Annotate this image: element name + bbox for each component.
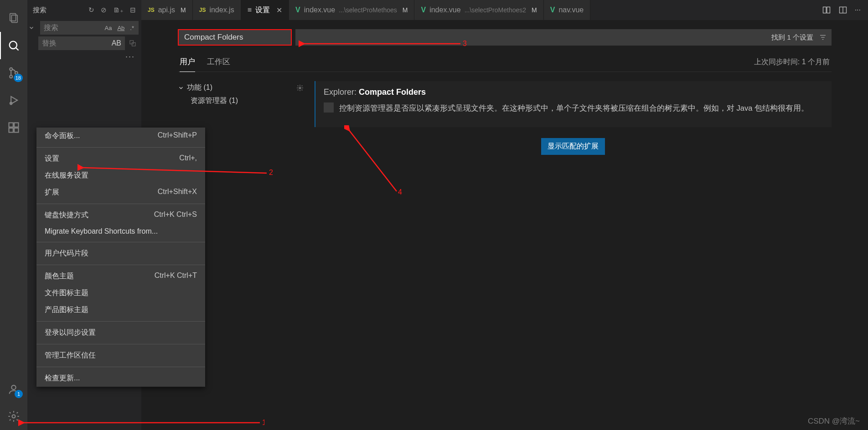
tab-index-vue-2[interactable]: V index.vue ...\selectProMethoes2 M [414, 0, 543, 20]
tab-index-vue-1[interactable]: V index.vue ...\selectProMethoes M [289, 0, 414, 20]
menu-item-label: 文件图标主题 [45, 288, 197, 298]
setting-title-prefix: Explorer: [324, 87, 359, 97]
menu-separator [36, 321, 205, 322]
activity-debug[interactable] [0, 87, 27, 114]
menu-item-shortcut: Ctrl+K Ctrl+S [154, 210, 197, 220]
menu-separator [36, 242, 205, 242]
settings-result-count: 找到 1 个设置 [771, 33, 813, 42]
replace-placeholder: 替换 [42, 39, 112, 48]
menu-item[interactable]: 产品图标主题 [36, 302, 205, 318]
replace-all-icon[interactable] [127, 36, 139, 50]
svg-point-24 [299, 87, 301, 89]
menu-separator [36, 344, 205, 344]
vue-icon: V [421, 6, 426, 14]
tabs-actions: ··· [815, 0, 868, 20]
menu-item-label: 键盘快捷方式 [45, 210, 154, 220]
tab-index-js[interactable]: JS index.js [193, 0, 241, 20]
menu-item-label: 登录以同步设置 [45, 328, 197, 338]
svg-rect-10 [14, 123, 18, 127]
vue-icon: V [550, 6, 555, 14]
match-case-icon[interactable]: Aa [104, 25, 113, 31]
settings-search-bar: 找到 1 个设置 [295, 29, 832, 46]
menu-item[interactable]: 检查更新... [36, 370, 205, 387]
editor-area: JS api.js M JS index.js ≡ 设置 ✕ V index.v… [141, 0, 868, 430]
menu-item[interactable]: 颜色主题Ctrl+K Ctrl+T [36, 268, 205, 285]
activity-extensions[interactable] [0, 114, 27, 141]
settings-search-input[interactable]: Compact Folders [178, 29, 292, 46]
menu-item-label: 管理工作区信任 [45, 351, 197, 360]
tab-api-js[interactable]: JS api.js M [141, 0, 193, 20]
filter-icon[interactable] [819, 33, 827, 41]
menu-item-label: 用户代码片段 [45, 249, 197, 258]
gear-icon[interactable] [296, 84, 305, 92]
menu-item[interactable]: 用户代码片段 [36, 245, 205, 262]
activity-manage[interactable] [0, 403, 27, 430]
toggle-replace-icon[interactable] [28, 25, 38, 31]
menu-item[interactable]: 设置Ctrl+, [36, 150, 205, 167]
tree-item-explorer[interactable]: 资源管理器 (1) [178, 94, 305, 108]
activity-explorer[interactable] [0, 5, 27, 32]
menu-separator [36, 147, 205, 148]
toggle-details-icon[interactable]: ··· [27, 51, 141, 62]
split-icon[interactable] [838, 5, 847, 15]
menu-item[interactable]: 扩展Ctrl+Shift+X [36, 184, 205, 201]
menu-item-shortcut: Ctrl+Shift+X [158, 188, 197, 197]
menu-separator [36, 367, 205, 367]
more-icon[interactable]: ··· [855, 6, 861, 14]
svg-rect-18 [827, 7, 830, 13]
preserve-case-icon[interactable]: AB [112, 39, 121, 47]
menu-item[interactable]: Migrate Keyboard Shortcuts from... [36, 224, 205, 239]
show-matching-extensions-button[interactable]: 显示匹配的扩展 [541, 138, 605, 155]
settings-tab-workspace[interactable]: 工作区 [207, 54, 230, 72]
setting-description: 控制资源管理器是否应以紧凑形式呈现文件夹。在这种形式中，单个子文件夹将被压缩在组… [339, 102, 809, 114]
menu-item-shortcut: Ctrl+, [179, 154, 197, 164]
menu-item[interactable]: 在线服务设置 [36, 167, 205, 184]
close-icon[interactable]: ✕ [276, 6, 282, 15]
menu-item-label: 颜色主题 [45, 271, 155, 281]
menu-item-label: 检查更新... [45, 374, 197, 383]
search-input[interactable]: 搜索 Aa Ab .* [40, 21, 139, 35]
svg-rect-16 [132, 43, 136, 46]
manage-context-menu: 命令面板...Ctrl+Shift+P设置Ctrl+,在线服务设置扩展Ctrl+… [36, 128, 205, 387]
svg-line-3 [16, 48, 19, 51]
setting-checkbox[interactable] [324, 102, 334, 113]
setting-title-name: Compact Folders [359, 87, 426, 97]
side-panel-header: 搜索 ↻ ⊘ 🗎₊ ⊟ [27, 0, 141, 20]
activity-account[interactable]: 1 [0, 375, 27, 403]
match-word-icon[interactable]: Ab [116, 25, 125, 31]
activity-bar: 18 1 [0, 0, 27, 430]
menu-item-label: 扩展 [45, 188, 158, 197]
new-file-icon[interactable]: 🗎₊ [113, 6, 124, 14]
settings-tab-user[interactable]: 用户 [180, 54, 195, 72]
menu-item-label: 命令面板... [45, 131, 158, 141]
setting-compact-folders: Explorer: Compact Folders 控制资源管理器是否应以紧凑形… [315, 81, 832, 127]
svg-point-4 [10, 68, 12, 71]
menu-item[interactable]: 命令面板...Ctrl+Shift+P [36, 128, 205, 144]
menu-item-label: Migrate Keyboard Shortcuts from... [45, 227, 197, 235]
svg-rect-9 [9, 123, 13, 127]
refresh-icon[interactable]: ↻ [88, 6, 94, 14]
search-placeholder: 搜索 [44, 23, 104, 33]
menu-item[interactable]: 键盘快捷方式Ctrl+K Ctrl+S [36, 207, 205, 224]
clear-icon[interactable]: ⊘ [101, 6, 107, 14]
settings-icon: ≡ [248, 6, 252, 14]
menu-item-shortcut: Ctrl+K Ctrl+T [155, 271, 197, 281]
tab-settings[interactable]: ≡ 设置 ✕ [241, 0, 289, 20]
regex-icon[interactable]: .* [129, 25, 135, 31]
menu-item-shortcut: Ctrl+Shift+P [158, 131, 197, 141]
menu-item[interactable]: 文件图标主题 [36, 285, 205, 302]
menu-item[interactable]: 登录以同步设置 [36, 324, 205, 341]
activity-scm[interactable]: 18 [0, 59, 27, 87]
menu-item[interactable]: 管理工作区信任 [36, 347, 205, 364]
compare-icon[interactable] [822, 5, 831, 15]
svg-point-2 [10, 41, 17, 49]
replace-input[interactable]: 替换 AB [38, 36, 125, 50]
tab-nav-vue[interactable]: V nav.vue [544, 0, 591, 20]
tree-item-features[interactable]: 功能 (1) [178, 81, 305, 94]
svg-rect-11 [9, 128, 13, 132]
scm-badge: 18 [14, 74, 23, 82]
collapse-icon[interactable]: ⊟ [130, 6, 136, 14]
sync-info: 上次同步时间: 1 个月前 [754, 57, 830, 72]
activity-search[interactable] [0, 32, 27, 59]
menu-item-label: 产品图标主题 [45, 305, 197, 315]
